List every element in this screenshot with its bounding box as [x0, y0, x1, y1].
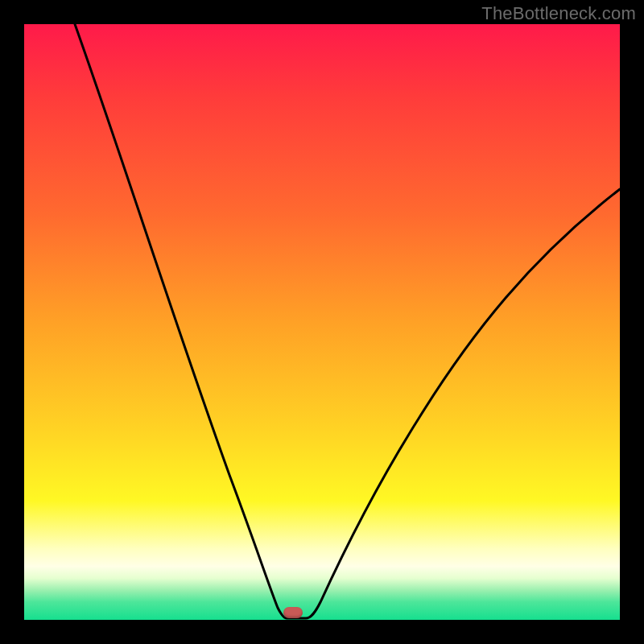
bottleneck-curve: [24, 24, 620, 620]
chart-frame: TheBottleneck.com: [0, 0, 644, 644]
plot-area: [24, 24, 620, 620]
optimal-point-marker: [283, 607, 303, 618]
bottleneck-curve-path: [75, 24, 620, 618]
watermark-text: TheBottleneck.com: [481, 3, 636, 24]
